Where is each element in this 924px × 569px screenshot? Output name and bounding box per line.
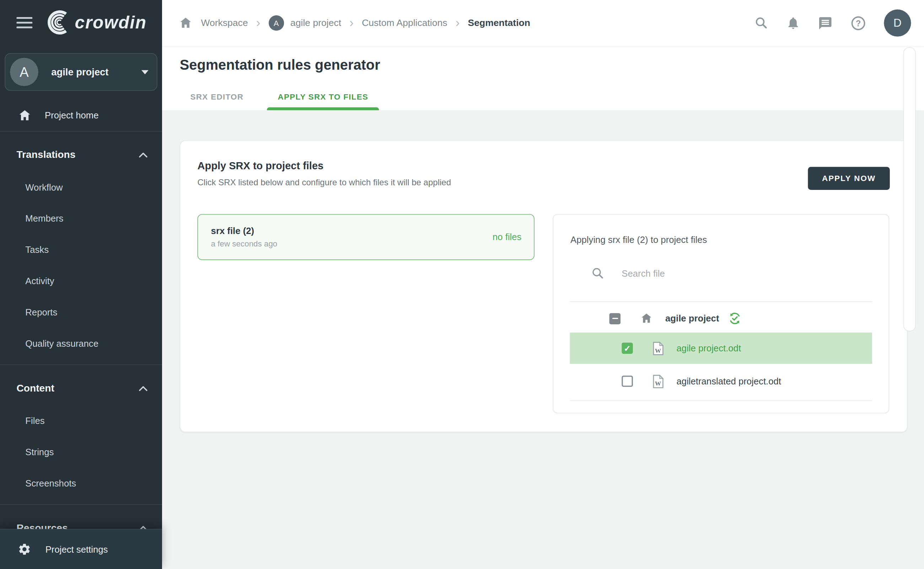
crowdin-mark-icon <box>49 12 66 33</box>
apply-now-button[interactable]: APPLY NOW <box>808 167 890 190</box>
search-file-input[interactable] <box>621 268 835 279</box>
svg-text:W: W <box>655 380 662 387</box>
breadcrumb-project-avatar: A <box>269 15 284 30</box>
chat-icon <box>818 16 833 30</box>
file-name: agile project.odt <box>677 343 741 353</box>
srx-file-card[interactable]: srx file (2) a few seconds ago no files <box>197 214 534 260</box>
section-label: Translations <box>16 149 75 161</box>
caret-down-icon <box>141 70 149 74</box>
search-icon <box>591 266 604 280</box>
sidebar-item-strings[interactable]: Strings <box>0 437 162 468</box>
search-button[interactable] <box>754 16 768 30</box>
sidebar-item-project-home[interactable]: Project home <box>0 100 162 131</box>
sidebar-item-tasks[interactable]: Tasks <box>0 234 162 265</box>
file-name: agiletranslated project.odt <box>677 376 781 386</box>
sidebar-section-content[interactable]: Content <box>0 372 162 405</box>
tree-row-file[interactable]: W agile project.odt <box>570 333 872 364</box>
file-checkbox[interactable] <box>622 342 633 354</box>
file-picker-panel: Applying srx file (2) to project files a… <box>552 214 889 413</box>
tree-row-file[interactable]: W agiletranslated project.odt <box>570 366 872 397</box>
chevron-up-icon <box>139 152 148 158</box>
sidebar-item-label: Quality assurance <box>25 338 99 349</box>
home-icon <box>18 108 32 123</box>
sync-applied-icon <box>728 312 741 325</box>
sidebar-item-project-settings[interactable]: Project settings <box>0 529 162 569</box>
card-subtitle: Click SRX listed below and configure to … <box>197 178 451 187</box>
crowdin-logo[interactable]: crowdin <box>46 10 147 35</box>
breadcrumb: Workspace › A agile project › Custom App… <box>162 15 530 30</box>
sidebar-item-label: Activity <box>25 275 54 286</box>
notifications-button[interactable] <box>786 16 800 30</box>
sidebar-item-label: Strings <box>25 447 54 457</box>
sidebar-item-label: Files <box>25 415 44 426</box>
sidebar-item-quality-assurance[interactable]: Quality assurance <box>0 328 162 359</box>
breadcrumb-item-project[interactable]: A agile project <box>269 15 341 30</box>
breadcrumb-separator-icon: › <box>349 16 354 30</box>
sidebar: crowdin A agile project Project home Tra… <box>0 0 162 569</box>
sidebar-header: crowdin <box>0 0 162 45</box>
search-divider <box>570 301 872 302</box>
hamburger-menu-button[interactable] <box>16 17 32 28</box>
sidebar-divider <box>0 504 162 505</box>
srx-file-name: srx file (2) <box>211 226 278 236</box>
sidebar-item-reports[interactable]: Reports <box>0 297 162 328</box>
sidebar-item-label: Screenshots <box>25 478 76 488</box>
tabs: SRX EDITOR APPLY SRX TO FILES <box>180 85 379 110</box>
search-icon <box>754 16 768 30</box>
tab-apply-srx-to-files[interactable]: APPLY SRX TO FILES <box>267 85 379 110</box>
page-title: Segmentation rules generator <box>180 56 380 73</box>
breadcrumb-item-segmentation: Segmentation <box>468 18 530 29</box>
help-icon: ? <box>850 15 866 31</box>
help-button[interactable]: ? <box>850 15 866 31</box>
page-scrollbar-thumb[interactable] <box>903 47 916 332</box>
sidebar-item-members[interactable]: Members <box>0 203 162 234</box>
srx-file-time: a few seconds ago <box>211 239 278 248</box>
user-avatar[interactable]: D <box>884 10 911 37</box>
file-checkbox[interactable] <box>622 376 633 387</box>
breadcrumb-item-label: agile project <box>290 18 341 29</box>
tree-row-project-root[interactable]: agile project <box>570 304 872 333</box>
sidebar-item-label: Members <box>25 213 63 224</box>
project-name: agile project <box>51 67 108 78</box>
breadcrumb-item-workspace[interactable]: Workspace <box>201 18 248 29</box>
sidebar-item-workflow[interactable]: Workflow <box>0 172 162 203</box>
file-search <box>591 266 835 280</box>
messages-button[interactable] <box>818 16 833 30</box>
app-window: crowdin A agile project Project home Tra… <box>0 0 924 569</box>
page-header: Segmentation rules generator SRX EDITOR … <box>162 46 924 110</box>
svg-text:?: ? <box>856 18 861 28</box>
word-file-icon: W <box>652 341 664 355</box>
topbar: Workspace › A agile project › Custom App… <box>162 0 924 46</box>
breadcrumb-separator-icon: › <box>256 16 261 30</box>
breadcrumb-item-custom-applications[interactable]: Custom Applications <box>362 18 447 29</box>
breadcrumb-separator-icon: › <box>455 16 460 30</box>
sidebar-section-translations[interactable]: Translations <box>0 139 162 172</box>
sidebar-item-label: Project settings <box>46 544 108 555</box>
sidebar-item-files[interactable]: Files <box>0 405 162 437</box>
sidebar-divider <box>0 365 162 365</box>
card-title: Apply SRX to project files <box>197 160 323 172</box>
root-checkbox[interactable] <box>610 313 621 324</box>
project-avatar: A <box>10 58 38 86</box>
srx-file-meta: srx file (2) a few seconds ago <box>198 226 277 248</box>
sidebar-item-label: Reports <box>25 307 57 318</box>
chevron-up-icon <box>139 385 148 392</box>
sidebar-item-label: Project home <box>45 110 99 121</box>
tree-divider <box>570 400 872 401</box>
sidebar-item-screenshots[interactable]: Screenshots <box>0 468 162 499</box>
sidebar-item-label: Tasks <box>25 244 49 255</box>
sidebar-item-activity[interactable]: Activity <box>0 265 162 297</box>
sidebar-divider <box>0 131 162 132</box>
home-icon <box>640 312 653 325</box>
gear-icon <box>18 543 31 556</box>
breadcrumb-home-icon[interactable] <box>178 16 193 30</box>
section-label: Content <box>16 383 54 394</box>
logo-wordmark: crowdin <box>75 12 147 32</box>
tree-root-label: agile project <box>665 313 719 324</box>
project-selector[interactable]: A agile project <box>5 53 157 91</box>
tab-srx-editor[interactable]: SRX EDITOR <box>180 85 254 110</box>
apply-srx-card: Apply SRX to project files Click SRX lis… <box>180 140 908 432</box>
svg-text:W: W <box>655 347 662 354</box>
word-file-icon: W <box>652 374 664 388</box>
sidebar-item-label: Workflow <box>25 182 62 193</box>
